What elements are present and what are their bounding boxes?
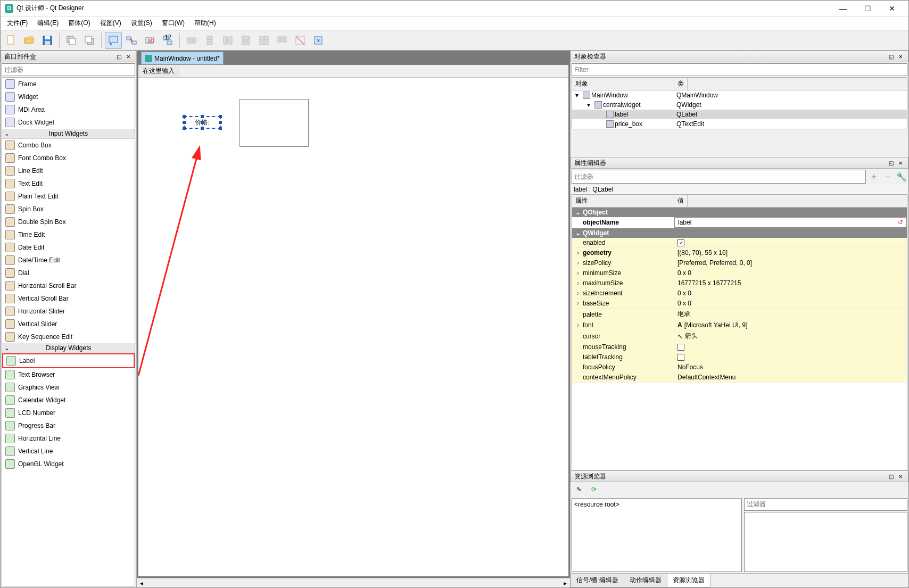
form-menubar[interactable]: 在这里输入 [138,65,568,78]
tab-actions[interactable]: 动作编辑器 [624,574,667,587]
widget-item[interactable]: Line Edit [2,164,135,177]
widget-box-filter[interactable]: 过滤器 [2,63,135,76]
property-table[interactable]: 属性 值 ⌄QObjectobjectNamelabel↺⌄QWidgetena… [572,194,907,470]
layout-hsplit-button[interactable] [219,32,236,49]
resource-filter[interactable]: 过滤器 [744,498,907,511]
maximize-button[interactable]: ☐ [855,1,880,16]
widget-item[interactable]: Dial [2,267,135,279]
layout-form-button[interactable] [274,32,291,49]
menu-file[interactable]: 文件(F) [3,18,32,29]
reset-button[interactable]: ↺ [898,219,903,226]
layout-grid-button[interactable] [255,32,272,49]
send-back-button[interactable] [63,32,80,49]
tab-signals[interactable]: 信号/槽 编辑器 [571,574,624,587]
widget-item[interactable]: Calendar Widget [2,394,135,407]
new-button[interactable] [3,32,20,49]
property-row[interactable]: contextMenuPolicyDefaultContextMenu [572,372,907,383]
menu-edit[interactable]: 编辑(E) [33,18,63,29]
widget-item[interactable]: Time Edit [2,228,135,241]
col-class[interactable]: 类 [674,78,688,90]
col-property[interactable]: 属性 [572,195,674,207]
widget-item[interactable]: Graphics View [2,381,135,394]
property-filter[interactable] [572,170,866,184]
menu-view[interactable]: 视图(V) [96,18,126,29]
object-row[interactable]: labelQLabel [572,110,907,119]
selected-label-widget[interactable]: 价格: [184,116,221,129]
resource-tree[interactable]: <resource root> [572,498,742,572]
widget-item[interactable]: Key Sequence Edit [2,330,135,343]
widget-item[interactable]: Horizontal Line [2,432,135,445]
property-row[interactable]: cursor↖箭头 [572,330,907,342]
dock-float-button[interactable]: ◱ [887,159,895,167]
object-inspector-filter[interactable] [572,63,907,76]
widget-item[interactable]: LCD Number [2,407,135,419]
add-property-button[interactable]: ＋ [868,171,880,183]
layout-vsplit-button[interactable] [237,32,254,49]
textedit-widget[interactable] [239,99,309,147]
break-layout-button[interactable] [292,32,309,49]
object-tree[interactable]: 对象 类 ▾MainWindowQMainWindow▾centralwidge… [572,77,907,129]
layout-h-button[interactable] [183,32,200,49]
widget-item[interactable]: Frame [2,78,135,90]
property-row[interactable]: focusPolicyNoFocus [572,362,907,372]
property-row[interactable]: tabletTracking [572,352,907,362]
widget-item[interactable]: Vertical Line [2,445,135,458]
widget-item[interactable]: Date/Time Edit [2,254,135,267]
form-canvas[interactable]: 价格: [138,78,568,392]
adjust-size-button[interactable] [310,32,327,49]
widget-item[interactable]: Font Combo Box [2,152,135,164]
dock-float-button[interactable]: ◱ [887,52,895,61]
widget-item[interactable]: Double Spin Box [2,216,135,228]
layout-v-button[interactable] [201,32,218,49]
property-row[interactable]: ›geometry[(80, 70), 55 x 16] [572,248,907,258]
checkbox[interactable] [677,344,684,351]
edit-signals-button[interactable] [123,32,140,49]
minimize-button[interactable]: — [831,1,855,16]
widget-category[interactable]: ⌄Input Widgets [2,129,135,139]
widget-item[interactable]: Vertical Slider [2,318,135,330]
scroll-right-button[interactable]: ▸ [560,578,570,587]
dock-close-button[interactable]: ✕ [896,52,905,61]
dock-close-button[interactable]: ✕ [896,159,905,167]
property-row[interactable]: ›sizeIncrement0 x 0 [572,288,907,299]
widget-item[interactable]: Dock Widget [2,116,135,129]
edit-resource-button[interactable]: ✎ [573,483,585,496]
dock-close-button[interactable]: ✕ [896,472,905,481]
object-row[interactable]: price_boxQTextEdit [572,119,907,129]
widget-tree[interactable]: FrameWidgetMDI AreaDock Widget⌄Input Wid… [2,77,135,586]
col-object[interactable]: 对象 [572,78,674,90]
property-row[interactable]: ›sizePolicy[Preferred, Preferred, 0, 0] [572,258,907,268]
edit-widgets-button[interactable] [105,32,122,49]
config-button[interactable]: 🔧 [896,171,907,183]
edit-buddies-button[interactable]: ab [141,32,158,49]
object-row[interactable]: ▾centralwidgetQWidget [572,100,907,110]
remove-property-button[interactable]: － [882,171,894,183]
widget-item[interactable]: Widget [2,90,135,103]
widget-item[interactable]: Horizontal Scroll Bar [2,279,135,292]
widget-item[interactable]: Vertical Scroll Bar [2,292,135,305]
widget-item[interactable]: Date Edit [2,241,135,254]
col-value[interactable]: 值 [674,195,688,207]
form-menubar-prompt[interactable]: 在这里输入 [138,65,179,77]
dock-float-button[interactable]: ◱ [887,472,895,481]
widget-item[interactable]: MDI Area [2,103,135,116]
property-row[interactable]: ›maximumSize16777215 x 16777215 [572,278,907,288]
form-area[interactable]: 在这里输入 价格: [138,64,569,577]
widget-item[interactable]: Label [2,353,135,368]
scroll-left-button[interactable]: ◂ [137,578,146,587]
menu-help[interactable]: 帮助(H) [190,18,220,29]
widget-category[interactable]: ⌄Display Widgets [2,343,135,353]
property-row[interactable]: mouseTracking [572,342,907,352]
open-button[interactable] [21,32,38,49]
widget-item[interactable]: Text Edit [2,177,135,190]
menu-form[interactable]: 窗体(O) [64,18,94,29]
property-row[interactable]: palette继承 [572,309,907,320]
menu-window[interactable]: 窗口(W) [158,18,189,29]
close-button[interactable]: ✕ [880,1,904,16]
object-row[interactable]: ▾MainWindowQMainWindow [572,90,907,100]
widget-item[interactable]: Horizontal Slider [2,305,135,318]
dock-float-button[interactable]: ◱ [114,52,123,61]
tab-resources[interactable]: 资源浏览器 [667,574,710,587]
property-row[interactable]: ›minimumSize0 x 0 [572,268,907,278]
widget-item[interactable]: Plain Text Edit [2,190,135,203]
